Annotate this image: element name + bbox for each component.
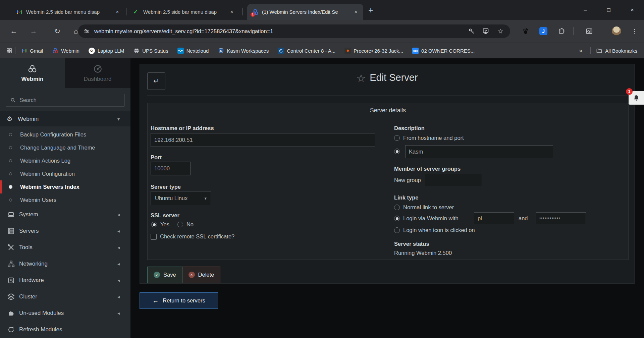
- url-text[interactable]: webmin.mywire.org/servers/edit_serv.cgi?…: [94, 28, 273, 35]
- site-info-icon[interactable]: [83, 27, 90, 35]
- login-username-input[interactable]: [474, 212, 514, 224]
- browser-tab-1[interactable]: Webmin 2.5 side bar menu disap ×: [11, 4, 125, 20]
- ssl-yes-label: Yes: [160, 221, 169, 228]
- close-button[interactable]: ×: [621, 7, 644, 13]
- tab-title: Webmin 2.5 side bar menu disap: [26, 9, 111, 15]
- reload-icon[interactable]: ↻: [51, 20, 64, 43]
- sidebar-item-webmin-servers-index[interactable]: Webmin Servers Index: [0, 180, 130, 193]
- favorite-star-icon[interactable]: ☆: [356, 72, 366, 84]
- sidebar-item-webmin-users[interactable]: Webmin Users: [0, 193, 130, 207]
- sidebar-item-change-language-theme[interactable]: Change Language and Theme: [0, 141, 130, 154]
- notifications-tab[interactable]: 1: [629, 91, 644, 105]
- minimize-button[interactable]: –: [574, 7, 597, 13]
- sidebar-item-refresh-modules[interactable]: Refresh Modules: [0, 321, 130, 338]
- apps-grid-icon[interactable]: [6, 48, 12, 54]
- content-card: ↵ ☆Edit Server Server details Hostname o…: [140, 64, 635, 284]
- browser-menu-icon[interactable]: ⋮: [631, 20, 638, 43]
- forward-icon[interactable]: →: [27, 20, 40, 43]
- bookmark-gmail[interactable]: Gmail: [21, 48, 43, 54]
- port-input[interactable]: [151, 162, 191, 175]
- sidebar-item-tools[interactable]: Tools ◂: [0, 239, 130, 256]
- bookmark-control-center[interactable]: Control Center 8 - A...: [278, 48, 335, 54]
- gmail-icon: [21, 48, 27, 54]
- description-custom-radio[interactable]: [394, 149, 400, 154]
- delete-button[interactable]: × Delete: [182, 267, 221, 283]
- return-to-servers-button[interactable]: ← Return to servers: [140, 292, 218, 309]
- bookmark-box[interactable]: box 02 OWNER CORRES...: [412, 48, 475, 54]
- tab-notification-badge: 1: [251, 12, 255, 17]
- tab-dashboard[interactable]: Dashboard: [65, 58, 130, 88]
- link-icon-radio[interactable]: [394, 227, 400, 233]
- bullet-icon: [9, 133, 12, 136]
- new-tab-button[interactable]: +: [368, 5, 373, 15]
- return-button-label: Return to servers: [163, 297, 205, 304]
- bookmarks-bar: Gmail Webmin OI Laptop LLM UPS Status Ne…: [0, 43, 644, 58]
- page-title-row: ☆Edit Server: [140, 72, 634, 84]
- new-group-input[interactable]: [425, 174, 482, 186]
- link-normal-radio[interactable]: [394, 205, 400, 210]
- sidebar-section-webmin[interactable]: ⚙ Webmin ▾: [0, 111, 130, 126]
- sidebar-item-webmin-configuration[interactable]: Webmin Configuration: [0, 167, 130, 180]
- gear-icon: ⚙: [7, 115, 12, 123]
- sidebar-item-cluster[interactable]: Cluster ◂: [0, 288, 130, 305]
- maximize-button[interactable]: □: [597, 7, 621, 13]
- sidebar-item-servers[interactable]: Servers ◂: [0, 223, 130, 239]
- panel-body: Hostname or IP address Port Server type …: [148, 118, 628, 260]
- bookmark-star-icon[interactable]: ☆: [497, 27, 504, 35]
- chevron-left-icon: ◂: [117, 278, 120, 283]
- browser-tab-2[interactable]: ✓ Webmin 2.5 side bar menu disap ×: [128, 4, 239, 20]
- hostname-input[interactable]: [151, 133, 375, 147]
- ssl-no-radio[interactable]: [177, 222, 183, 227]
- ssl-certificate-checkbox[interactable]: [151, 234, 157, 240]
- link-login-radio[interactable]: [394, 216, 400, 221]
- sidebar-search[interactable]: [6, 94, 125, 107]
- extensions-puzzle-icon[interactable]: [558, 27, 565, 35]
- address-bar[interactable]: webmin.mywire.org/servers/edit_serv.cgi?…: [78, 24, 510, 38]
- bookmark-procore[interactable]: Procore• 26-32 Jack...: [344, 48, 403, 54]
- browser-tab-active[interactable]: 1 (1) Webmin Servers Index/Edit Se ×: [247, 4, 363, 20]
- password-key-icon[interactable]: [468, 27, 475, 35]
- sidebar-item-backup-configuration-files[interactable]: Backup Configuration Files: [0, 128, 130, 141]
- sidebar-item-webmin-actions-log[interactable]: Webmin Actions Log: [0, 154, 130, 167]
- install-icon[interactable]: [482, 27, 489, 35]
- bookmark-ups-status[interactable]: UPS Status: [133, 48, 168, 54]
- sidebar-item-unused-modules[interactable]: Un-used Modules ◂: [0, 305, 130, 321]
- search-input[interactable]: [19, 97, 113, 103]
- bookmark-kasm[interactable]: K Kasm Workspaces: [218, 48, 269, 54]
- folder-icon: [596, 48, 602, 54]
- tab-close-icon[interactable]: ×: [228, 9, 235, 15]
- save-button[interactable]: ✓ Save: [147, 267, 182, 283]
- all-bookmarks[interactable]: All Bookmarks: [596, 48, 637, 54]
- description-hostname-radio[interactable]: [394, 135, 400, 141]
- green-check-icon: ✓: [133, 9, 140, 15]
- profile-avatar[interactable]: [612, 26, 621, 36]
- arrow-left-icon: ←: [152, 297, 159, 304]
- layers-icon: [7, 292, 15, 301]
- ssl-server-label: SSL server: [151, 212, 179, 219]
- notification-count-badge: 1: [626, 88, 633, 95]
- chevron-left-icon: ◂: [117, 261, 120, 267]
- back-icon[interactable]: ←: [7, 20, 20, 43]
- ssl-yes-radio[interactable]: [151, 222, 157, 227]
- nextcloud-icon: [177, 48, 184, 54]
- sidebar-item-hardware[interactable]: Hardware ◂: [0, 272, 130, 288]
- bookmark-laptop-llm[interactable]: OI Laptop LLM: [89, 48, 124, 54]
- tab-close-icon[interactable]: ×: [114, 9, 121, 15]
- side-panel-search-icon[interactable]: [585, 27, 593, 35]
- login-password-input[interactable]: [536, 212, 586, 224]
- server-type-select[interactable]: Ubuntu Linux ▾: [151, 191, 211, 205]
- bookmarks-divider: [590, 47, 591, 54]
- gnome-foot-extension-icon[interactable]: [522, 27, 529, 35]
- tab-close-icon[interactable]: ×: [353, 9, 359, 15]
- sidebar-item-networking[interactable]: Networking ◂: [0, 256, 130, 272]
- puzzle-icon: [7, 309, 15, 318]
- window-controls: – □ ×: [574, 0, 644, 20]
- joplin-extension-icon[interactable]: J: [539, 27, 547, 35]
- login-and-label: and: [519, 215, 528, 222]
- bookmark-webmin[interactable]: Webmin: [52, 48, 79, 54]
- bookmark-nextcloud[interactable]: Nextcloud: [177, 48, 209, 54]
- sidebar-item-system[interactable]: System ◂: [0, 206, 130, 223]
- tab-webmin[interactable]: Webmin: [0, 58, 65, 88]
- description-input[interactable]: [405, 145, 553, 158]
- bookmarks-overflow-icon[interactable]: »: [579, 47, 582, 54]
